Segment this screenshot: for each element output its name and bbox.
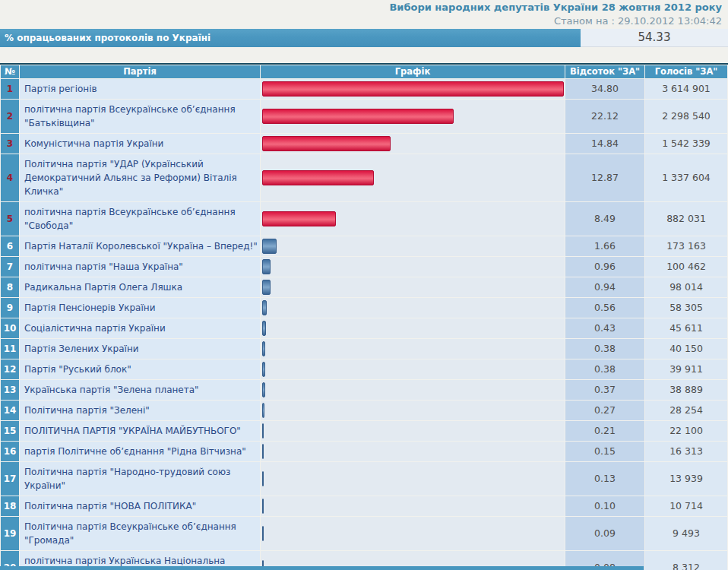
row-number: 11 [1, 339, 19, 359]
row-number: 5 [1, 202, 19, 236]
percent-for-value: 0.43 [565, 318, 644, 338]
column-header-percent: Відсоток "ЗА" [565, 65, 644, 78]
party-result-bar [262, 403, 264, 418]
row-number: 13 [1, 380, 19, 400]
percent-for-value: 0.96 [565, 257, 644, 277]
party-bar-cell [261, 496, 565, 516]
row-number: 17 [1, 462, 19, 496]
votes-for-value: 58 305 [645, 298, 727, 318]
votes-for-value: 16 313 [645, 442, 727, 461]
table-header-row: № Партія Графік Відсоток "ЗА" Голосів "З… [1, 65, 727, 78]
table-row: 6 Партія Наталії Королевської "Україна –… [1, 236, 727, 256]
percent-for-value: 34.80 [565, 79, 644, 99]
votes-for-value: 9 493 [645, 517, 727, 550]
table-row: 13 Українська партія "Зелена планета" 0.… [1, 380, 727, 400]
party-bar-cell [261, 442, 565, 461]
party-result-bar [262, 259, 271, 274]
party-name: ПОЛІТИЧНА ПАРТІЯ "УКРАЇНА МАЙБУТНЬОГО" [20, 421, 260, 441]
party-bar-cell [261, 257, 565, 277]
party-result-bar [262, 471, 264, 486]
percent-for-value: 0.15 [565, 442, 644, 461]
percent-for-value: 0.27 [565, 401, 644, 420]
votes-for-value: 882 031 [645, 202, 727, 236]
table-row: 17 Політична партія "Народно-трудовий со… [1, 462, 727, 496]
party-name: Політична партія "НОВА ПОЛІТИКА" [20, 496, 260, 516]
party-bar-cell [261, 79, 565, 99]
percent-for-value: 0.13 [565, 462, 644, 496]
party-name: Партія регіонів [20, 79, 260, 99]
party-bar-cell [261, 236, 565, 256]
row-number: 1 [1, 79, 19, 99]
party-result-bar [262, 211, 336, 226]
row-number: 18 [1, 496, 19, 516]
row-number: 14 [1, 401, 19, 420]
row-number: 16 [1, 442, 19, 461]
party-result-bar [262, 239, 277, 254]
votes-for-value: 13 939 [645, 462, 727, 496]
table-row: 3 Комуністична партія України 14.84 1 54… [1, 134, 727, 154]
percent-for-value: 0.38 [565, 359, 644, 379]
row-number: 12 [1, 359, 19, 379]
votes-for-value: 38 889 [645, 380, 727, 400]
percent-for-value: 0.37 [565, 380, 644, 400]
party-result-bar [262, 382, 265, 397]
table-row: 7 політична партія "Наша Україна" 0.96 1… [1, 257, 727, 277]
votes-for-value: 40 150 [645, 339, 727, 359]
party-result-bar [262, 362, 265, 377]
party-name: Політична партія "Зелені" [20, 401, 260, 420]
party-result-bar [262, 280, 271, 295]
votes-for-value: 173 163 [645, 236, 727, 256]
party-name: Партія Наталії Королевської "Україна – В… [20, 236, 260, 256]
results-tbody: 1 Партія регіонів 34.80 3 614 901 2 полі… [1, 79, 727, 570]
results-table-wrap: № Партія Графік Відсоток "ЗА" Голосів "З… [0, 63, 728, 570]
row-number: 8 [1, 277, 19, 297]
table-row: 4 Політична партія "УДАР (Український Де… [1, 154, 727, 201]
table-row: 18 Політична партія "НОВА ПОЛІТИКА" 0.10… [1, 496, 727, 516]
party-name: політична партія Всеукраїнське об’єднанн… [20, 202, 260, 236]
row-number: 3 [1, 134, 19, 154]
row-number: 10 [1, 318, 19, 338]
percent-for-value: 8.49 [565, 202, 644, 236]
party-result-bar [262, 109, 454, 124]
party-bar-cell [261, 401, 565, 420]
votes-for-value: 3 614 901 [645, 79, 727, 99]
votes-for-value: 8 312 [645, 551, 727, 570]
percent-for-value: 12.87 [565, 154, 644, 201]
party-result-bar [262, 444, 264, 459]
status-timestamp: Станом на : 29.10.2012 13:04:42 [554, 15, 722, 27]
table-row: 10 Соціалістична партія України 0.43 45 … [1, 318, 727, 338]
row-number: 2 [1, 100, 19, 133]
page-header: Вибори народних депутатів України 28 жов… [0, 0, 728, 29]
party-name: Українська партія "Зелена планета" [20, 380, 260, 400]
row-number: 6 [1, 236, 19, 256]
table-row: 14 Політична партія "Зелені" 0.27 28 254 [1, 401, 727, 420]
column-header-graph: Графік [261, 65, 565, 78]
table-row: 9 Партія Пенсіонерів України 0.56 58 305 [1, 298, 727, 318]
table-row: 12 Партія "Руський блок" 0.38 39 911 [1, 359, 727, 379]
party-result-bar [262, 526, 264, 541]
page-title: Вибори народних депутатів України 28 жов… [389, 2, 722, 13]
party-name: Комуністична партія України [20, 134, 260, 154]
table-row: 19 Політична партія Всеукраїнське об’єдн… [1, 517, 727, 550]
party-bar-cell [261, 421, 565, 441]
column-header-party: Партія [20, 65, 260, 78]
votes-for-value: 100 462 [645, 257, 727, 277]
party-result-bar [262, 341, 265, 356]
table-row: 1 Партія регіонів 34.80 3 614 901 [1, 79, 727, 99]
party-result-bar [262, 300, 267, 315]
party-name: Партія Зелених України [20, 339, 260, 359]
table-row: 15 ПОЛІТИЧНА ПАРТІЯ "УКРАЇНА МАЙБУТНЬОГО… [1, 421, 727, 441]
table-row: 16 партія Політичне об’єднання "Рідна Ві… [1, 442, 727, 461]
party-bar-cell [261, 318, 565, 338]
party-name: Політична партія "Народно-трудовий союз … [20, 462, 260, 496]
percent-for-value: 22.12 [565, 100, 644, 133]
next-row-cutoff-strip [0, 566, 644, 570]
row-number: 19 [1, 517, 19, 550]
party-bar-cell [261, 134, 565, 154]
table-row: 5 політична партія Всеукраїнське об’єдна… [1, 202, 727, 236]
party-name: політична партія Всеукраїнське об’єднанн… [20, 100, 260, 133]
row-number: 15 [1, 421, 19, 441]
party-name: Політична партія Всеукраїнське об’єднанн… [20, 517, 260, 550]
party-result-bar [262, 499, 264, 514]
party-name: Радикальна Партія Олега Ляшка [20, 277, 260, 297]
